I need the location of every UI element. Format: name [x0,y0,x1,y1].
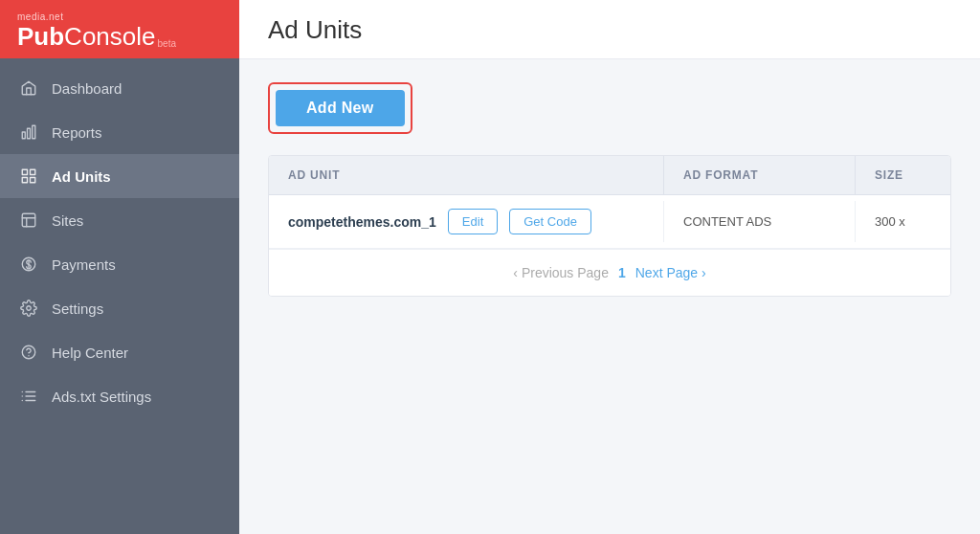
next-page-button[interactable]: Next Page › [635,265,706,280]
sidebar-item-dashboard[interactable]: Dashboard [0,66,239,110]
sidebar-item-ad-units-label: Ad Units [52,168,111,185]
svg-point-12 [27,306,32,311]
sidebar-item-sites[interactable]: Sites [0,198,239,242]
sidebar-item-dashboard-label: Dashboard [52,80,122,97]
chevron-left-icon: ‹ [513,265,518,280]
current-page: 1 [618,265,626,280]
sidebar-item-ads-txt[interactable]: Ads.txt Settings [0,374,239,418]
svg-rect-6 [31,178,35,183]
table-row: competethemes.com_1 Edit Get Code CONTEN… [269,195,950,249]
add-new-button[interactable]: Add New [276,90,405,126]
prev-page-button[interactable]: ‹ Previous Page [513,265,609,280]
next-page-label: Next Page [635,265,698,280]
svg-rect-4 [31,169,35,174]
dollar-icon [19,255,38,274]
svg-rect-0 [22,132,25,139]
chevron-right-icon: › [702,265,706,280]
sidebar-item-settings[interactable]: Settings [0,286,239,330]
grid-icon [19,167,38,186]
svg-rect-2 [33,125,35,139]
ad-units-table: AD UNIT AD FORMAT SIZE competethemes.com… [268,155,951,297]
svg-rect-5 [22,178,27,183]
browser-icon [19,211,38,230]
col-header-size: SIZE [855,156,950,194]
pub-label: Pub [17,24,64,49]
edit-button[interactable]: Edit [448,209,498,234]
td-size: 300 x [855,201,950,242]
sidebar-item-help-center-label: Help Center [52,345,128,361]
sidebar-item-payments[interactable]: Payments [0,242,239,286]
sidebar-item-reports-label: Reports [52,124,102,141]
circle-help-icon [19,343,38,362]
col-header-ad-unit: AD UNIT [269,156,663,194]
sidebar-item-reports[interactable]: Reports [0,110,239,154]
prev-page-label: Previous Page [522,265,609,280]
col-header-ad-format: AD FORMAT [663,156,855,194]
table-header: AD UNIT AD FORMAT SIZE [269,156,950,195]
main-area: Ad Units Add New AD UNIT AD FORMAT SIZE … [239,0,980,534]
pagination: ‹ Previous Page 1 Next Page › [269,249,950,296]
svg-rect-3 [22,169,27,174]
list-icon [19,387,38,406]
gear-icon [19,299,38,318]
sidebar-item-settings-label: Settings [52,300,103,317]
get-code-button[interactable]: Get Code [509,209,591,234]
sidebar-item-help-center[interactable]: Help Center [0,330,239,374]
add-new-highlight: Add New [268,82,412,134]
sidebar-item-ads-txt-label: Ads.txt Settings [52,389,151,405]
td-ad-format: CONTENT ADS [663,201,855,242]
td-ad-unit: competethemes.com_1 Edit Get Code [269,195,663,248]
main-header: Ad Units [239,0,980,59]
beta-label: beta [158,38,176,49]
bar-chart-icon [19,122,38,142]
svg-rect-7 [22,213,35,227]
sidebar-item-sites-label: Sites [52,212,83,229]
sidebar: media.net Pub Console beta Dashboard Rep [0,0,239,534]
home-icon [19,78,38,98]
console-label: Console [64,24,155,49]
ad-unit-name: competethemes.com_1 [288,214,436,230]
page-title: Ad Units [268,15,951,45]
sidebar-item-ad-units[interactable]: Ad Units [0,154,239,198]
logo-area: media.net Pub Console beta [0,0,239,58]
svg-point-13 [22,345,35,359]
main-content: Add New AD UNIT AD FORMAT SIZE competeth… [239,59,980,534]
svg-rect-1 [28,128,31,139]
sidebar-item-payments-label: Payments [52,256,116,273]
sidebar-nav: Dashboard Reports Ad Units [0,58,239,534]
media-net-label: media.net [17,11,63,22]
